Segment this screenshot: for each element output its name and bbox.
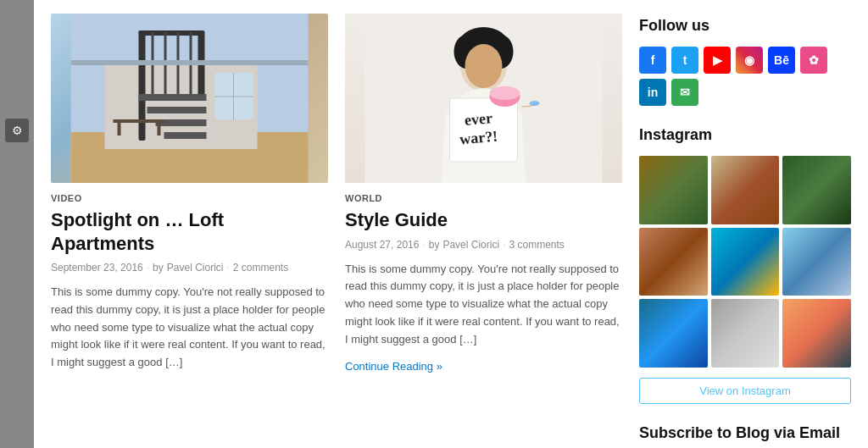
article-date-fashion: August 27, 2016 <box>345 239 419 251</box>
article-title-loft: Spotlight on … Loft Apartments <box>51 208 328 255</box>
svg-point-26 <box>465 44 503 88</box>
articles-column: Video Spotlight on … Loft Apartments Sep… <box>51 14 622 448</box>
article-author-loft[interactable]: Pavel Ciorici <box>167 262 224 274</box>
youtube-icon: ▶ <box>713 53 722 67</box>
article-comments-loft[interactable]: 2 comments <box>233 262 288 274</box>
article-author-fashion[interactable]: Pavel Ciorici <box>442 239 499 251</box>
svg-rect-5 <box>139 94 207 101</box>
follow-us-title: Follow us <box>639 17 851 35</box>
article-image-loft <box>51 14 328 183</box>
instagram-photo-3[interactable] <box>782 156 851 224</box>
social-icon-facebook[interactable]: f <box>639 47 666 74</box>
svg-rect-3 <box>139 30 146 141</box>
page-wrapper: ⚙ <box>0 0 868 448</box>
article-meta-fashion: August 27, 2016 · by Pavel Ciorici · 3 c… <box>345 239 622 251</box>
articles-row: Video Spotlight on … Loft Apartments Sep… <box>51 14 622 380</box>
svg-rect-18 <box>118 123 121 136</box>
svg-rect-17 <box>114 119 164 123</box>
social-icon-youtube[interactable]: ▶ <box>704 47 731 74</box>
svg-rect-19 <box>158 123 161 136</box>
article-date-loft: September 23, 2016 <box>51 262 143 274</box>
separator: · <box>147 262 149 274</box>
article-by-fashion: by <box>429 239 440 251</box>
instagram-photo-7[interactable] <box>639 299 708 368</box>
article-excerpt-loft: This is some dummy copy. You're not real… <box>51 284 328 372</box>
subscribe-section: Subscribe to Blog via Email Enter your e… <box>639 424 851 448</box>
dribbble-icon: ✿ <box>809 53 819 67</box>
social-icon-behance[interactable]: Bē <box>768 47 795 74</box>
instagram-photo-6[interactable] <box>782 228 851 296</box>
follow-us-section: Follow us f t ▶ ◉ Bē <box>639 17 851 106</box>
separator3: · <box>422 239 425 251</box>
social-icon-twitter[interactable]: t <box>671 47 698 74</box>
social-icon-dribbble[interactable]: ✿ <box>800 47 827 74</box>
article-comments-fashion[interactable]: 3 comments <box>509 239 564 251</box>
article-by-loft: by <box>153 262 164 274</box>
instagram-photo-9[interactable] <box>782 299 851 368</box>
social-icon-email[interactable]: ✉ <box>671 79 698 106</box>
behance-icon: Bē <box>774 53 789 67</box>
article-excerpt-fashion: This is some dummy copy. You're not real… <box>345 261 622 349</box>
linkedin-icon: in <box>648 86 658 99</box>
facebook-icon: f <box>651 53 655 67</box>
instagram-photo-8[interactable] <box>711 299 780 368</box>
svg-text:ever: ever <box>464 109 493 129</box>
social-icon-linkedin[interactable]: in <box>639 79 666 106</box>
svg-rect-6 <box>147 107 207 113</box>
left-sidebar: ⚙ <box>0 0 34 448</box>
subscribe-title: Subscribe to Blog via Email <box>639 424 851 442</box>
instagram-photo-2[interactable] <box>711 156 780 224</box>
instagram-photo-5[interactable] <box>711 228 780 296</box>
svg-rect-8 <box>164 132 207 139</box>
instagram-grid <box>639 156 851 368</box>
email-icon: ✉ <box>680 86 690 99</box>
instagram-title: Instagram <box>639 126 851 144</box>
separator2: · <box>226 262 229 274</box>
social-icons-container: f t ▶ ◉ Bē ✿ <box>639 47 851 106</box>
svg-point-31 <box>490 86 520 100</box>
article-category-loft: Video <box>51 193 328 203</box>
svg-text:war?!: war?! <box>459 128 498 148</box>
social-icon-instagram[interactable]: ◉ <box>736 47 763 74</box>
instagram-section: Instagram View on Instagram <box>639 126 851 404</box>
article-meta-loft: September 23, 2016 · by Pavel Ciorici · … <box>51 262 328 274</box>
view-instagram-button[interactable]: View on Instagram <box>639 378 851 404</box>
instagram-icon: ◉ <box>744 53 754 67</box>
svg-rect-9 <box>139 30 203 36</box>
article-title-fashion: Style Guide <box>345 208 622 232</box>
instagram-photo-4[interactable] <box>639 228 708 296</box>
main-content: Video Spotlight on … Loft Apartments Sep… <box>34 0 868 448</box>
svg-rect-20 <box>71 60 309 65</box>
separator4: · <box>503 239 505 251</box>
instagram-photo-1[interactable] <box>639 156 708 224</box>
article-image-fashion: ever war?! <box>345 14 622 183</box>
article-card-loft: Video Spotlight on … Loft Apartments Sep… <box>51 14 328 380</box>
continue-reading-link[interactable]: Continue Reading » <box>345 360 442 373</box>
gear-icon: ⚙ <box>12 124 23 137</box>
svg-point-32 <box>530 101 540 106</box>
article-card-fashion: ever war?! World Style Guide <box>345 14 622 380</box>
sidebar-right: Follow us f t ▶ ◉ Bē <box>639 14 851 448</box>
twitter-icon: t <box>683 53 687 67</box>
gear-button[interactable]: ⚙ <box>5 119 29 142</box>
article-category-fashion: World <box>345 193 622 203</box>
